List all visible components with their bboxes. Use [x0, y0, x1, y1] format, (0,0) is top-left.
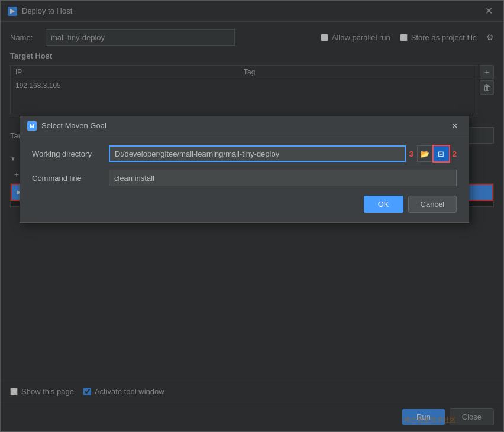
command-line-input[interactable] — [109, 170, 457, 186]
command-line-label: Command line — [32, 174, 109, 183]
maven-title-bar: M Select Maven Goal ✕ — [20, 116, 469, 135]
command-line-row: Command line — [32, 170, 457, 186]
maven-body: Working directory 3 📂 ⊞ 2 Command line O… — [20, 135, 469, 222]
maven-dialog: M Select Maven Goal ✕ Working directory … — [20, 116, 469, 223]
badge-3: 3 — [409, 150, 413, 158]
maven-close-button[interactable]: ✕ — [448, 121, 461, 131]
working-dir-input-section: 3 📂 ⊞ 2 — [109, 145, 457, 163]
cancel-button[interactable]: Cancel — [408, 196, 457, 213]
maven-icon: M — [27, 121, 37, 131]
working-dir-label: Working directory — [32, 150, 109, 158]
maven-title-left: M Select Maven Goal — [27, 121, 106, 131]
working-dir-row: Working directory 3 📂 ⊞ 2 — [32, 145, 457, 163]
badge-2: 2 — [453, 150, 457, 158]
maven-buttons: OK Cancel — [32, 196, 457, 213]
folder-browse-button[interactable]: 📂 — [417, 145, 432, 162]
working-dir-input[interactable] — [109, 145, 406, 162]
command-line-wrapper — [109, 170, 457, 186]
maven-title: Select Maven Goal — [41, 121, 106, 130]
main-dialog: ▶ Deploy to Host ✕ Name: Allow parallel … — [0, 0, 504, 432]
module-select-button[interactable]: ⊞ — [432, 145, 450, 163]
ok-button[interactable]: OK — [364, 196, 403, 213]
